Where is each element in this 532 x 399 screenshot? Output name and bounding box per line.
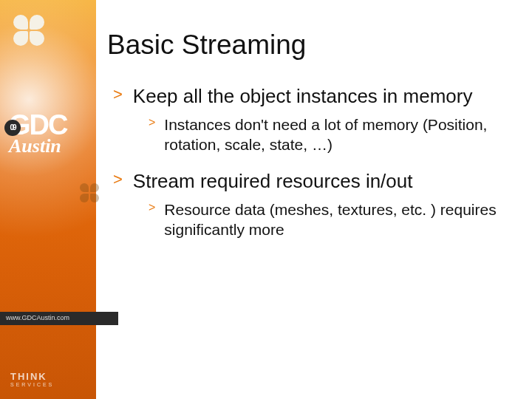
bullet-icon: > (113, 169, 123, 190)
bullet-level1: > Stream required resources in/out (107, 169, 517, 194)
clover-icon (13, 15, 46, 47)
bullet-level2: > Instances don't need a lot of memory (… (107, 115, 517, 155)
gdc-logo: 09 GDC Austin (9, 111, 89, 154)
bullet-text: Instances don't need a lot of memory (Po… (164, 115, 517, 155)
bullet-icon: > (113, 84, 123, 105)
bullet-text: Resource data (meshes, textures, etc. ) … (164, 200, 517, 240)
bullet-text: Stream required resources in/out (133, 169, 413, 194)
think-line1: THINK (10, 371, 47, 382)
bullet-icon: > (149, 200, 155, 216)
bullet-level1: > Keep all the object instances in memor… (107, 84, 517, 109)
think-line2: SERVICES (10, 382, 54, 387)
sidebar: 09 GDC Austin THINK SERVICES (0, 0, 96, 399)
bullet-level2: > Resource data (meshes, textures, etc. … (107, 200, 517, 240)
slide-title: Basic Streaming (107, 30, 517, 61)
year-badge: 09 (4, 120, 21, 136)
bullet-icon: > (149, 115, 155, 131)
slide: 09 GDC Austin THINK SERVICES www.GDCAust… (0, 0, 532, 399)
url-text: www.GDCAustin.com (6, 314, 69, 321)
slide-content: Basic Streaming > Keep all the object in… (107, 30, 517, 254)
clover-small-icon (80, 183, 100, 204)
url-bar: www.GDCAustin.com (0, 312, 118, 325)
bullet-text: Keep all the object instances in memory (133, 84, 473, 109)
think-services-logo: THINK SERVICES (10, 372, 54, 387)
